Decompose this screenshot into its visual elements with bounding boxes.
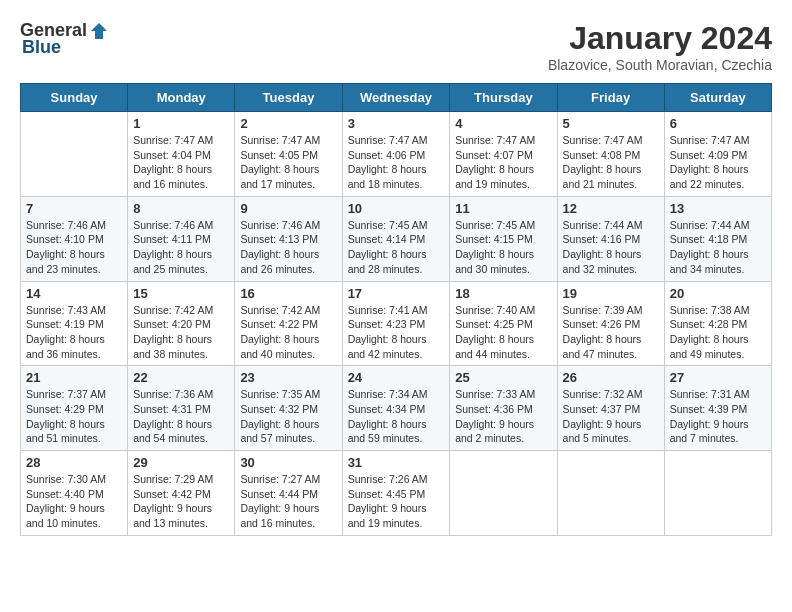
day-info: Sunrise: 7:47 AM Sunset: 4:08 PM Dayligh…	[563, 133, 659, 192]
day-number: 27	[670, 370, 766, 385]
calendar-cell	[557, 451, 664, 536]
day-number: 26	[563, 370, 659, 385]
location-subtitle: Blazovice, South Moravian, Czechia	[548, 57, 772, 73]
weekday-header-monday: Monday	[128, 84, 235, 112]
weekday-header-friday: Friday	[557, 84, 664, 112]
day-info: Sunrise: 7:44 AM Sunset: 4:18 PM Dayligh…	[670, 218, 766, 277]
day-info: Sunrise: 7:47 AM Sunset: 4:06 PM Dayligh…	[348, 133, 445, 192]
day-number: 9	[240, 201, 336, 216]
day-number: 3	[348, 116, 445, 131]
day-number: 6	[670, 116, 766, 131]
day-info: Sunrise: 7:45 AM Sunset: 4:14 PM Dayligh…	[348, 218, 445, 277]
day-number: 19	[563, 286, 659, 301]
calendar-cell: 11Sunrise: 7:45 AM Sunset: 4:15 PM Dayli…	[450, 196, 557, 281]
weekday-header-tuesday: Tuesday	[235, 84, 342, 112]
day-info: Sunrise: 7:45 AM Sunset: 4:15 PM Dayligh…	[455, 218, 551, 277]
day-info: Sunrise: 7:31 AM Sunset: 4:39 PM Dayligh…	[670, 387, 766, 446]
day-number: 10	[348, 201, 445, 216]
calendar-cell: 20Sunrise: 7:38 AM Sunset: 4:28 PM Dayli…	[664, 281, 771, 366]
calendar-cell: 27Sunrise: 7:31 AM Sunset: 4:39 PM Dayli…	[664, 366, 771, 451]
day-info: Sunrise: 7:30 AM Sunset: 4:40 PM Dayligh…	[26, 472, 122, 531]
day-number: 18	[455, 286, 551, 301]
svg-marker-0	[91, 23, 107, 39]
day-number: 2	[240, 116, 336, 131]
calendar-cell: 5Sunrise: 7:47 AM Sunset: 4:08 PM Daylig…	[557, 112, 664, 197]
calendar-cell: 12Sunrise: 7:44 AM Sunset: 4:16 PM Dayli…	[557, 196, 664, 281]
calendar-week-row: 1Sunrise: 7:47 AM Sunset: 4:04 PM Daylig…	[21, 112, 772, 197]
day-number: 31	[348, 455, 445, 470]
day-number: 21	[26, 370, 122, 385]
day-number: 13	[670, 201, 766, 216]
day-number: 7	[26, 201, 122, 216]
calendar-cell: 13Sunrise: 7:44 AM Sunset: 4:18 PM Dayli…	[664, 196, 771, 281]
day-number: 11	[455, 201, 551, 216]
logo-blue-text: Blue	[22, 37, 61, 58]
day-info: Sunrise: 7:27 AM Sunset: 4:44 PM Dayligh…	[240, 472, 336, 531]
weekday-header-thursday: Thursday	[450, 84, 557, 112]
calendar-cell: 19Sunrise: 7:39 AM Sunset: 4:26 PM Dayli…	[557, 281, 664, 366]
calendar-cell: 24Sunrise: 7:34 AM Sunset: 4:34 PM Dayli…	[342, 366, 450, 451]
calendar-week-row: 21Sunrise: 7:37 AM Sunset: 4:29 PM Dayli…	[21, 366, 772, 451]
day-info: Sunrise: 7:34 AM Sunset: 4:34 PM Dayligh…	[348, 387, 445, 446]
day-info: Sunrise: 7:46 AM Sunset: 4:11 PM Dayligh…	[133, 218, 229, 277]
calendar-cell: 1Sunrise: 7:47 AM Sunset: 4:04 PM Daylig…	[128, 112, 235, 197]
day-number: 23	[240, 370, 336, 385]
calendar-cell: 31Sunrise: 7:26 AM Sunset: 4:45 PM Dayli…	[342, 451, 450, 536]
day-number: 28	[26, 455, 122, 470]
day-number: 14	[26, 286, 122, 301]
day-info: Sunrise: 7:43 AM Sunset: 4:19 PM Dayligh…	[26, 303, 122, 362]
day-number: 29	[133, 455, 229, 470]
logo: General Blue	[20, 20, 109, 58]
calendar-week-row: 28Sunrise: 7:30 AM Sunset: 4:40 PM Dayli…	[21, 451, 772, 536]
logo-icon	[89, 21, 109, 41]
day-number: 8	[133, 201, 229, 216]
calendar-cell: 4Sunrise: 7:47 AM Sunset: 4:07 PM Daylig…	[450, 112, 557, 197]
day-info: Sunrise: 7:47 AM Sunset: 4:09 PM Dayligh…	[670, 133, 766, 192]
calendar-week-row: 7Sunrise: 7:46 AM Sunset: 4:10 PM Daylig…	[21, 196, 772, 281]
calendar-cell: 25Sunrise: 7:33 AM Sunset: 4:36 PM Dayli…	[450, 366, 557, 451]
calendar-cell: 9Sunrise: 7:46 AM Sunset: 4:13 PM Daylig…	[235, 196, 342, 281]
day-info: Sunrise: 7:26 AM Sunset: 4:45 PM Dayligh…	[348, 472, 445, 531]
calendar-cell: 26Sunrise: 7:32 AM Sunset: 4:37 PM Dayli…	[557, 366, 664, 451]
calendar-cell	[450, 451, 557, 536]
day-info: Sunrise: 7:47 AM Sunset: 4:07 PM Dayligh…	[455, 133, 551, 192]
day-number: 20	[670, 286, 766, 301]
day-info: Sunrise: 7:47 AM Sunset: 4:05 PM Dayligh…	[240, 133, 336, 192]
day-info: Sunrise: 7:36 AM Sunset: 4:31 PM Dayligh…	[133, 387, 229, 446]
calendar-cell: 15Sunrise: 7:42 AM Sunset: 4:20 PM Dayli…	[128, 281, 235, 366]
calendar-cell: 7Sunrise: 7:46 AM Sunset: 4:10 PM Daylig…	[21, 196, 128, 281]
day-info: Sunrise: 7:42 AM Sunset: 4:20 PM Dayligh…	[133, 303, 229, 362]
month-title: January 2024	[548, 20, 772, 57]
calendar-cell: 30Sunrise: 7:27 AM Sunset: 4:44 PM Dayli…	[235, 451, 342, 536]
calendar-cell: 14Sunrise: 7:43 AM Sunset: 4:19 PM Dayli…	[21, 281, 128, 366]
calendar-cell: 17Sunrise: 7:41 AM Sunset: 4:23 PM Dayli…	[342, 281, 450, 366]
day-number: 24	[348, 370, 445, 385]
calendar-cell	[664, 451, 771, 536]
day-info: Sunrise: 7:33 AM Sunset: 4:36 PM Dayligh…	[455, 387, 551, 446]
calendar-cell: 23Sunrise: 7:35 AM Sunset: 4:32 PM Dayli…	[235, 366, 342, 451]
calendar-cell: 10Sunrise: 7:45 AM Sunset: 4:14 PM Dayli…	[342, 196, 450, 281]
day-info: Sunrise: 7:44 AM Sunset: 4:16 PM Dayligh…	[563, 218, 659, 277]
day-info: Sunrise: 7:42 AM Sunset: 4:22 PM Dayligh…	[240, 303, 336, 362]
calendar-cell: 21Sunrise: 7:37 AM Sunset: 4:29 PM Dayli…	[21, 366, 128, 451]
day-info: Sunrise: 7:46 AM Sunset: 4:10 PM Dayligh…	[26, 218, 122, 277]
weekday-header-wednesday: Wednesday	[342, 84, 450, 112]
calendar-cell	[21, 112, 128, 197]
day-number: 15	[133, 286, 229, 301]
day-number: 17	[348, 286, 445, 301]
day-number: 16	[240, 286, 336, 301]
day-number: 4	[455, 116, 551, 131]
day-info: Sunrise: 7:37 AM Sunset: 4:29 PM Dayligh…	[26, 387, 122, 446]
day-info: Sunrise: 7:39 AM Sunset: 4:26 PM Dayligh…	[563, 303, 659, 362]
weekday-header-saturday: Saturday	[664, 84, 771, 112]
day-number: 1	[133, 116, 229, 131]
calendar-cell: 29Sunrise: 7:29 AM Sunset: 4:42 PM Dayli…	[128, 451, 235, 536]
day-number: 12	[563, 201, 659, 216]
day-info: Sunrise: 7:38 AM Sunset: 4:28 PM Dayligh…	[670, 303, 766, 362]
calendar-cell: 3Sunrise: 7:47 AM Sunset: 4:06 PM Daylig…	[342, 112, 450, 197]
day-number: 25	[455, 370, 551, 385]
page-header: General Blue January 2024 Blazovice, Sou…	[20, 20, 772, 73]
day-info: Sunrise: 7:40 AM Sunset: 4:25 PM Dayligh…	[455, 303, 551, 362]
calendar-cell: 22Sunrise: 7:36 AM Sunset: 4:31 PM Dayli…	[128, 366, 235, 451]
calendar-cell: 28Sunrise: 7:30 AM Sunset: 4:40 PM Dayli…	[21, 451, 128, 536]
